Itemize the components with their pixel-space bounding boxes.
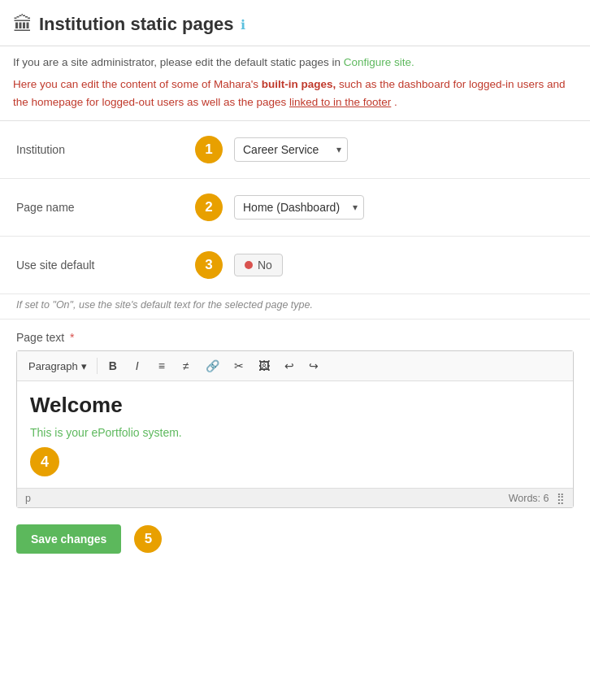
institution-label: Institution [16, 143, 195, 156]
italic-button[interactable]: I [127, 355, 148, 376]
site-default-row: Use site default 3 No [0, 237, 590, 294]
words-count-area: Words: 6 ⣿ [509, 492, 565, 504]
editor-heading: Welcome [30, 393, 560, 418]
bold-icon: B [109, 359, 117, 372]
pagename-select-wrapper: Home (Dashboard) Register Login ▾ [234, 195, 364, 220]
bold-button[interactable]: B [102, 355, 124, 376]
unlink-icon: ✂ [234, 359, 244, 372]
page-header: 🏛 Institution static pages ℹ [0, 0, 590, 46]
step-badge-2: 2 [195, 193, 223, 221]
pagename-select[interactable]: Home (Dashboard) Register Login [234, 195, 364, 220]
link-button[interactable]: 🔗 [200, 355, 225, 376]
statusbar-tag: p [25, 493, 31, 504]
actions-section: Save changes 5 [0, 508, 590, 570]
toolbar-sep-1 [97, 358, 98, 374]
editor-paragraph: This is your ePortfolio system. [30, 426, 560, 439]
ol-icon: ≠ [183, 359, 189, 372]
unlink-button[interactable]: ✂ [228, 355, 249, 376]
image-icon: 🖼 [258, 359, 270, 372]
undo-button[interactable]: ↩ [279, 355, 300, 376]
step-badge-3: 3 [195, 251, 223, 279]
step-badge-4: 4 [30, 447, 59, 476]
italic-icon: I [136, 359, 139, 372]
toolbar-dropdown-arrow: ▾ [81, 360, 87, 372]
info-description: Here you can edit the content of some of… [13, 76, 577, 111]
ul-icon: ≡ [158, 359, 165, 372]
site-default-toggle[interactable]: No [234, 254, 283, 276]
save-button[interactable]: Save changes [16, 524, 121, 554]
pagename-label: Page name [16, 201, 195, 214]
configure-site-link[interactable]: Configure site. [344, 56, 414, 68]
institution-icon: 🏛 [13, 13, 33, 36]
required-marker: * [70, 331, 74, 344]
link-icon: 🔗 [206, 359, 219, 372]
toggle-label: No [258, 259, 272, 272]
editor-content[interactable]: Welcome This is your ePortfolio system. … [17, 381, 573, 488]
unordered-list-button[interactable]: ≡ [151, 355, 172, 376]
editor-container: Paragraph ▾ B I ≡ ≠ [16, 350, 574, 508]
site-default-label: Use site default [16, 259, 195, 272]
info-icon[interactable]: ℹ [241, 17, 245, 33]
page-text-section: Page text * Paragraph ▾ B I [0, 320, 590, 508]
undo-icon: ↩ [284, 359, 294, 372]
form-section: Institution 1 Career Service Default Oth… [0, 121, 590, 578]
institution-select-wrapper: Career Service Default Other ▾ [234, 137, 348, 162]
institution-select[interactable]: Career Service Default Other [234, 137, 348, 162]
editor-toolbar: Paragraph ▾ B I ≡ ≠ [17, 351, 573, 381]
redo-icon: ↪ [309, 359, 319, 372]
ordered-list-button[interactable]: ≠ [176, 355, 197, 376]
institution-row: Institution 1 Career Service Default Oth… [0, 121, 590, 179]
site-default-hint: If set to "On", use the site's default t… [0, 294, 590, 320]
toolbar-dropdown-button[interactable]: Paragraph ▾ [24, 358, 92, 375]
step-badge-5: 5 [134, 525, 162, 553]
pagename-row: Page name 2 Home (Dashboard) Register Lo… [0, 179, 590, 237]
image-button[interactable]: 🖼 [253, 355, 275, 376]
step-badge-1: 1 [195, 136, 223, 163]
toolbar-dropdown-label: Paragraph [28, 360, 78, 372]
page-text-label: Page text * [16, 331, 574, 344]
info-section: If you are a site administrator, please … [0, 46, 590, 121]
admin-note: If you are a site administrator, please … [13, 54, 577, 71]
toggle-dot [245, 261, 253, 269]
resize-handle[interactable]: ⣿ [557, 493, 565, 504]
editor-statusbar: p Words: 6 ⣿ [17, 488, 573, 507]
redo-button[interactable]: ↪ [303, 355, 324, 376]
page-title: Institution static pages [39, 14, 234, 35]
